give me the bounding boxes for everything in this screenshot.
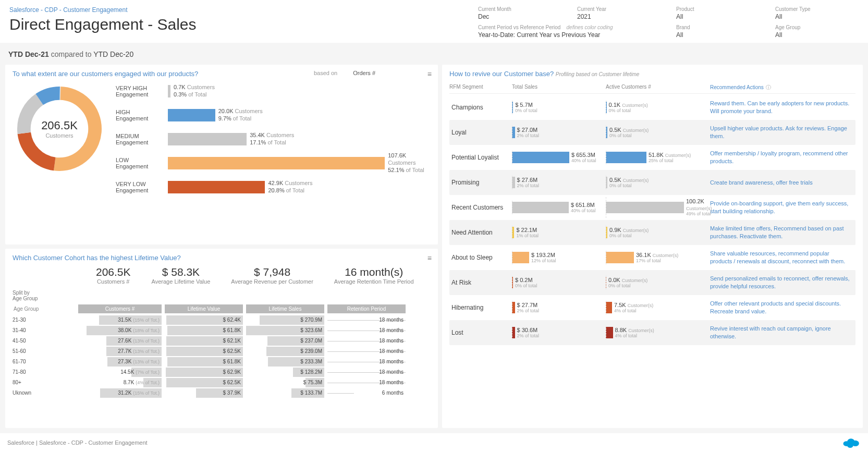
col-header-customers: Active Customers # (606, 84, 710, 91)
engagement-row[interactable]: LOWEngagement 107.6K Customers52.1% of T… (116, 154, 431, 173)
rfm-row[interactable]: About to Sleep $ 193.2M12% of total 36.1… (449, 245, 855, 270)
rfm-action-text: Revive interest with reach out campaign,… (710, 325, 855, 340)
rfm-cust-bar (606, 252, 634, 263)
cohort-panel: Which Customer Cohort has the highest Li… (5, 249, 438, 429)
kpi-value: 16 month(s) (334, 266, 414, 278)
cohort-age: 31-40 (13, 327, 75, 333)
split-by-label: Split byAge Group (13, 290, 431, 301)
panel-title-cohort: Which Customer Cohort has the highest Li… (13, 254, 431, 262)
cohort-age: Uknown (13, 390, 75, 396)
rfm-segment-name: Loyal (449, 129, 512, 136)
engagement-panel: To what extent are our customers engaged… (5, 65, 438, 245)
kpi-label: Customers # (96, 278, 131, 285)
kpi-label: Average Retention Time Period (334, 278, 414, 285)
rfm-segment-name: Promising (449, 179, 512, 186)
cohort-age: 80+ (13, 380, 75, 385)
cohort-row[interactable]: 71-80 14.5K (7% of Tot.) $ 62.9K $ 128.2… (13, 367, 431, 377)
period-indicator: YTD Dec-21 compared to YTD Dec-20 (5, 48, 863, 60)
rfm-row[interactable]: At Risk $ 0.2M0% of total 0.0K Customer(… (449, 270, 855, 295)
engagement-bar (168, 85, 170, 97)
cohort-row[interactable]: 51-60 27.7K (13% of Tot.) $ 62.5K $ 239.… (13, 346, 431, 357)
filter-period[interactable]: Current Period vs Reference Period defin… (478, 25, 661, 39)
engagement-row[interactable]: HIGHEngagement 20.0K Customers9.7% of To… (116, 106, 431, 125)
col-header-age[interactable]: Age Group (13, 304, 75, 313)
engagement-row-label: MEDIUMEngagement (116, 133, 163, 145)
filter-brand[interactable]: Brand All (676, 25, 760, 39)
rfm-segment-name: Lost (449, 329, 512, 336)
cohort-row[interactable]: Uknown 31.2K (15% of Tot.) $ 37.9K $ 133… (13, 388, 431, 398)
kpi-label: Average Lifetime Value (152, 278, 211, 285)
kpi-value: $ 58.3K (152, 266, 211, 278)
panel-title-rfm: How to revive our Customer base? Profili… (449, 70, 855, 78)
kpi-block: $ 58.3KAverage Lifetime Value (152, 266, 211, 285)
menu-icon[interactable]: ≡ (427, 254, 432, 262)
rfm-row[interactable]: Lost $ 30.6M2% of total 8.8K Customer(s)… (449, 320, 855, 345)
rfm-row[interactable]: Loyal $ 27.0M2% of total 0.5K Customer(s… (449, 120, 855, 145)
engagement-value: 107.6K Customers52.1% of Total (388, 152, 431, 174)
engagement-row-label: VERY LOWEngagement (116, 181, 163, 193)
rfm-cust-bar (606, 152, 646, 163)
rfm-row[interactable]: Hibernating $ 27.7M2% of total 7.5K Cust… (449, 295, 855, 320)
kpi-value: $ 7,948 (231, 266, 313, 278)
kpi-block: $ 7,948Average Revenue per Customer (231, 266, 313, 285)
breadcrumb[interactable]: Salesforce - CDP - Customer Engagement (9, 6, 197, 14)
info-icon[interactable]: ⓘ (766, 84, 771, 90)
rfm-action-text: Offer other relevant products and specia… (710, 300, 855, 315)
col-header-customers[interactable]: Customers # (78, 304, 162, 313)
col-header-lifetime-sales[interactable]: Lifetime Sales (246, 304, 324, 313)
engagement-donut-chart[interactable]: 206.5K Customers (13, 82, 106, 176)
engagement-value: 20.0K Customers9.7% of Total (218, 108, 263, 123)
cohort-row[interactable]: 41-50 27.6K (13% of Tot.) $ 62.1K $ 237.… (13, 336, 431, 346)
footer-text: Salesforce | Salesforce - CDP - Customer… (7, 439, 148, 446)
cohort-row[interactable]: 31-40 38.0K (18% of Tot.) $ 61.8K $ 323.… (13, 325, 431, 336)
cohort-age: 51-60 (13, 348, 75, 354)
rfm-sales-bar (512, 152, 569, 163)
filter-product[interactable]: Product All (676, 6, 760, 20)
kpi-value: 206.5K (96, 266, 131, 278)
engagement-row[interactable]: MEDIUMEngagement 35.4K Customers17.1% of… (116, 130, 431, 149)
filter-current-year[interactable]: Current Year 2021 (577, 6, 661, 20)
cohort-row[interactable]: 21-30 31.5K (15% of Tot.) $ 62.4K $ 270.… (13, 315, 431, 325)
rfm-row[interactable]: Need Attention $ 22.1M1% of total 0.9K C… (449, 220, 855, 245)
cohort-row[interactable]: 61-70 27.3K (13% of Tot.) $ 61.8K $ 233.… (13, 357, 431, 367)
rfm-segment-name: Champions (449, 104, 512, 111)
rfm-row[interactable]: Promising $ 27.6M2% of total 0.5K Custom… (449, 170, 855, 195)
engagement-bar (168, 157, 385, 169)
rfm-segment-name: Hibernating (449, 304, 512, 311)
rfm-action-text: Provide on-boarding support, give them e… (710, 200, 855, 215)
rfm-cust-bar (606, 202, 684, 213)
engagement-row[interactable]: VERY LOWEngagement 42.9K Customers20.8% … (116, 178, 431, 197)
cohort-age: 41-50 (13, 338, 75, 344)
menu-icon[interactable]: ≡ (427, 70, 432, 78)
engagement-value: 35.4K Customers17.1% of Total (250, 132, 294, 146)
page-title: Direct Engagement - Sales (9, 16, 197, 33)
cohort-row[interactable]: 80+ 8.7K (4% of Tot.) $ 62.5K $ 75.3M 18… (13, 377, 431, 388)
engagement-row-label: VERY HIGHEngagement (116, 85, 163, 97)
rfm-action-text: Make limited time offers, Recommend base… (710, 225, 855, 240)
filter-customer-type[interactable]: Customer Type All (775, 6, 859, 20)
rfm-cust-bar (606, 302, 612, 313)
rfm-cust-bar (606, 327, 613, 338)
rfm-sales-bar (512, 252, 529, 263)
rfm-segment-name: About to Sleep (449, 254, 512, 261)
engagement-bar (168, 133, 247, 145)
donut-total: 206.5K (41, 119, 78, 132)
rfm-action-text: Create brand awareness, offer free trial… (710, 179, 855, 187)
rfm-row[interactable]: Potential Loyalist $ 655.3M40% of total … (449, 145, 855, 170)
rfm-action-text: Reward them. Can be early adopters for n… (710, 100, 855, 115)
kpi-block: 206.5KCustomers # (96, 266, 131, 285)
rfm-row[interactable]: Champions $ 5.7M0% of total 0.1K Custome… (449, 95, 855, 120)
filter-current-month[interactable]: Current Month Dec (478, 6, 561, 20)
filter-age-group[interactable]: Age Group All (775, 25, 859, 39)
cohort-age: 21-30 (13, 317, 75, 323)
cohort-age: 71-80 (13, 369, 75, 375)
rfm-row[interactable]: Recent Customers $ 651.8M40% of total 10… (449, 195, 855, 220)
rfm-action-text: Offer membership / loyalty program, reco… (710, 150, 855, 165)
col-header-lifetime-value[interactable]: Lifetime Value (165, 304, 243, 313)
engagement-row[interactable]: VERY HIGHEngagement 0.7K Customers0.3% o… (116, 82, 431, 101)
engagement-value: 0.7K Customers0.3% of Total (174, 84, 215, 99)
rfm-action-text: Upsell higher value products. Ask for re… (710, 125, 855, 140)
based-on-selector[interactable]: based onOrders # (314, 70, 375, 76)
col-header-retention[interactable]: Retention Period (327, 304, 406, 313)
filter-grid: Current Month Dec Current Year 2021 Prod… (478, 6, 859, 39)
